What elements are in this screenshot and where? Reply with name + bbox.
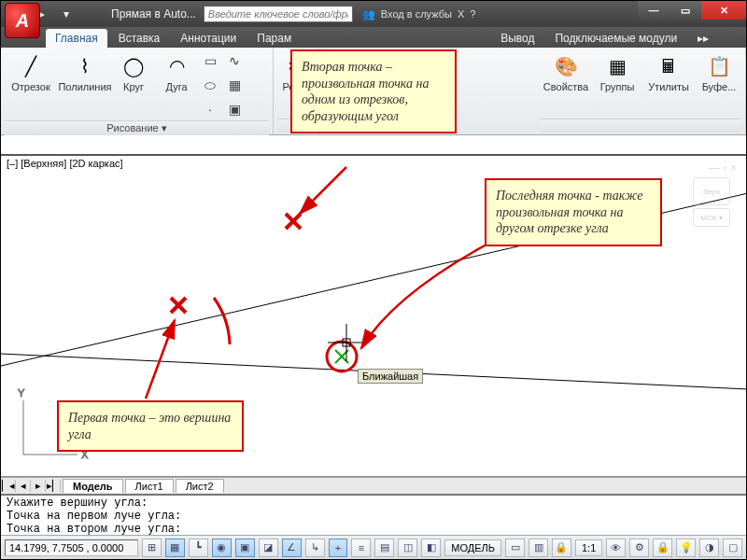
sc-toggle[interactable]: ◧ [421, 539, 441, 557]
annovis-toggle[interactable]: 👁 [606, 539, 626, 557]
viewcube[interactable]: — ▫ × Верх МСК ▾ [686, 161, 737, 264]
ortho-toggle[interactable]: ┗ [189, 539, 208, 557]
draw-panel-title[interactable]: Рисование ▾ [5, 120, 269, 135]
circle-button[interactable]: ◯Круг [113, 49, 154, 94]
circle-icon: ◯ [119, 51, 148, 81]
hatch-button[interactable]: ▦ [223, 74, 246, 96]
ws-switch-icon[interactable]: ⚙ [629, 539, 649, 557]
cmd-history-line: Укажите вершину угла: [7, 497, 740, 510]
tab-home[interactable]: Главная [46, 29, 107, 48]
quickview-layouts-icon[interactable]: ▭ [505, 539, 525, 557]
command-line[interactable]: Укажите вершину угла: Точка на первом лу… [1, 494, 746, 535]
annotation-scale[interactable]: 1:1 [575, 539, 602, 556]
layout-sheet2[interactable]: Лист2 [176, 479, 224, 493]
mck-dropdown[interactable]: МСК ▾ [693, 208, 730, 227]
annoscale-icon[interactable]: 🔒 [552, 539, 571, 557]
otrack-toggle[interactable]: ∠ [282, 539, 302, 557]
viewport-label[interactable]: [–] [Верхняя] [2D каркас] [7, 158, 123, 169]
cmd-prompt: Точка на втором луче угла: [7, 523, 740, 535]
point-button[interactable]: ∙ [199, 98, 221, 120]
sign-in-link[interactable]: Вход в службы [381, 8, 452, 20]
polyline-button[interactable]: ⌇Полилиния [59, 49, 111, 94]
color-wheel-icon: 🎨 [551, 51, 581, 81]
line-icon: ╱ [16, 51, 46, 81]
help-search-input[interactable] [204, 6, 353, 22]
snap-toggle[interactable]: ⊞ [142, 539, 162, 557]
clipboard-button[interactable]: 📋Буфе... [697, 49, 741, 94]
layout-last-icon[interactable]: ▸▏ [46, 480, 61, 492]
tpy-toggle[interactable]: ▤ [374, 539, 394, 557]
layout-next-icon[interactable]: ▸ [31, 480, 46, 492]
dyn-toggle[interactable]: + [329, 539, 348, 557]
viewcube-face[interactable]: Верх [693, 177, 730, 205]
help-icon[interactable]: ? [470, 8, 475, 20]
qp-toggle[interactable]: ◫ [398, 539, 417, 557]
app-menu-button[interactable]: A [5, 3, 40, 38]
osnap-tooltip: Ближайшая [358, 369, 423, 384]
window-maximize-button[interactable]: ▭ [669, 1, 701, 20]
osnap-toggle[interactable]: ▣ [235, 539, 255, 557]
tab-plugins[interactable]: Подключаемые модули [545, 29, 686, 48]
arc-icon: ◠ [162, 51, 191, 81]
infocenter-icon[interactable]: 👥 [362, 8, 375, 21]
svg-text:Y: Y [18, 387, 25, 399]
tab-overflow-icon[interactable]: ▸▸ [688, 29, 718, 48]
ducs-toggle[interactable]: ↳ [305, 539, 325, 557]
callout-third-point: Последняя точка - также произвольная точ… [485, 178, 662, 246]
properties-button[interactable]: 🎨Свойства [540, 49, 592, 94]
status-bar: 14.1799, 7.7505 , 0.0000 ⊞ ▦ ┗ ◉ ▣ ◪ ∠ ↳… [1, 535, 746, 559]
utilities-button[interactable]: 🖩Утилиты [642, 49, 695, 94]
spline-button[interactable]: ∿ [223, 49, 246, 72]
lwt-toggle[interactable]: ≡ [351, 539, 371, 557]
calculator-icon: 🖩 [654, 51, 684, 81]
arc-button[interactable]: ◠Дуга [156, 49, 197, 94]
titlebar: ▫ ▸ ▾ Прямая в Auto... 👥 Вход в службы X… [1, 1, 746, 27]
region-button[interactable]: ▣ [223, 98, 246, 120]
window-close-button[interactable]: ✕ [701, 1, 746, 20]
qat-more-icon[interactable]: ▾ [57, 5, 76, 23]
layout-first-icon[interactable]: ▏◂ [1, 480, 16, 492]
model-space-toggle[interactable]: МОДЕЛЬ [444, 539, 501, 556]
isolate-objects-icon[interactable]: ◑ [699, 539, 719, 557]
osnap3d-toggle[interactable]: ◪ [259, 539, 278, 557]
tab-insert[interactable]: Вставка [109, 29, 170, 48]
grid-toggle[interactable]: ▦ [165, 539, 185, 557]
ribbon-tabs: Главная Вставка Аннотации Парам Вывод По… [1, 27, 746, 48]
tab-output[interactable]: Вывод [491, 29, 543, 48]
callout-first-point: Первая точка – это вершина угла [57, 400, 244, 452]
toolbar-lock-icon[interactable]: 🔒 [653, 539, 672, 557]
layout-sheet1[interactable]: Лист1 [125, 479, 174, 493]
line-button[interactable]: ╱Отрезок [5, 49, 57, 94]
hardware-accel-icon[interactable]: 💡 [676, 539, 696, 557]
coordinates-readout[interactable]: 14.1799, 7.7505 , 0.0000 [5, 539, 138, 556]
layout-model[interactable]: Модель [63, 479, 123, 493]
layout-tabs: ▏◂ ◂ ▸ ▸▏ Модель Лист1 Лист2 [1, 477, 746, 494]
tab-annotate[interactable]: Аннотации [171, 29, 246, 48]
svg-line-12 [146, 320, 175, 399]
tab-parametric[interactable]: Парам [247, 29, 301, 48]
exchange-icon[interactable]: X [458, 8, 464, 20]
polyline-icon: ⌇ [70, 51, 100, 81]
cmd-history-line: Точка на первом луче угла: [7, 510, 740, 523]
window-minimize-button[interactable]: — [638, 1, 669, 20]
quickview-drawings-icon[interactable]: ▥ [529, 539, 548, 557]
layout-prev-icon[interactable]: ◂ [16, 480, 31, 492]
polar-toggle[interactable]: ◉ [212, 539, 232, 557]
callout-second-point: Вторая точка – произвольная точка на одн… [290, 49, 457, 133]
rect-button[interactable]: ▭ [199, 49, 221, 72]
ellipse-button[interactable]: ⬭ [199, 74, 221, 96]
svg-line-13 [300, 167, 346, 214]
clean-screen-icon[interactable]: ▢ [723, 539, 742, 557]
clipboard-icon: 📋 [704, 51, 734, 81]
groups-button[interactable]: ▦Группы [594, 49, 641, 94]
groups-icon: ▦ [602, 51, 632, 81]
document-title: Прямая в Auto... [111, 7, 196, 21]
